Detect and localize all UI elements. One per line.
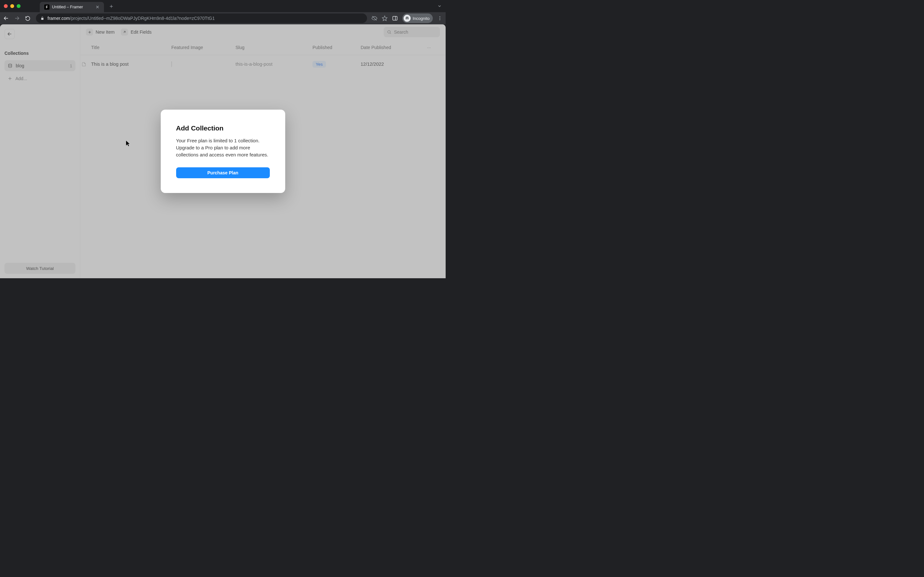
forward-button[interactable] — [14, 15, 21, 21]
new-tab-button[interactable]: ＋ — [108, 2, 114, 10]
reload-button[interactable] — [25, 16, 31, 21]
browser-tab[interactable]: F Untitled – Framer ✕ — [40, 2, 104, 12]
back-button[interactable] — [3, 15, 10, 21]
kebab-menu-icon[interactable] — [437, 16, 443, 21]
tab-overflow-icon[interactable] — [437, 4, 442, 8]
tab-title: Untitled – Framer — [52, 5, 83, 9]
incognito-badge[interactable]: Incognito — [402, 13, 433, 23]
svg-marker-4 — [383, 16, 387, 21]
modal-title: Add Collection — [176, 124, 270, 132]
bookmark-star-icon[interactable] — [382, 15, 388, 21]
framer-favicon-icon: F — [44, 5, 49, 10]
incognito-icon — [404, 15, 411, 22]
close-window-button[interactable] — [4, 4, 8, 8]
eye-off-icon[interactable] — [372, 15, 377, 21]
svg-rect-2 — [41, 18, 44, 20]
svg-point-8 — [407, 18, 409, 19]
modal-body: Your Free plan is limited to 1 collectio… — [176, 137, 270, 158]
svg-point-9 — [439, 16, 441, 17]
traffic-lights — [4, 4, 21, 8]
svg-rect-5 — [393, 16, 397, 20]
lock-icon — [40, 16, 44, 20]
svg-point-7 — [405, 18, 407, 19]
side-panel-icon[interactable] — [392, 15, 398, 21]
url-text: framer.com/projects/Untitled--mZ98oDWaPJ… — [47, 16, 215, 21]
maximize-window-button[interactable] — [17, 4, 21, 8]
window-titlebar: F Untitled – Framer ✕ ＋ — [0, 0, 446, 12]
close-tab-icon[interactable]: ✕ — [95, 5, 99, 10]
minimize-window-button[interactable] — [10, 4, 14, 8]
address-bar[interactable]: framer.com/projects/Untitled--mZ98oDWaPJ… — [36, 13, 367, 23]
svg-point-10 — [439, 18, 441, 19]
add-collection-modal: Add Collection Your Free plan is limited… — [161, 110, 285, 193]
incognito-label: Incognito — [413, 16, 430, 21]
svg-point-11 — [439, 19, 441, 20]
purchase-plan-button[interactable]: Purchase Plan — [176, 167, 270, 178]
browser-toolbar: framer.com/projects/Untitled--mZ98oDWaPJ… — [0, 12, 446, 24]
modal-overlay[interactable]: Add Collection Your Free plan is limited… — [0, 24, 446, 278]
